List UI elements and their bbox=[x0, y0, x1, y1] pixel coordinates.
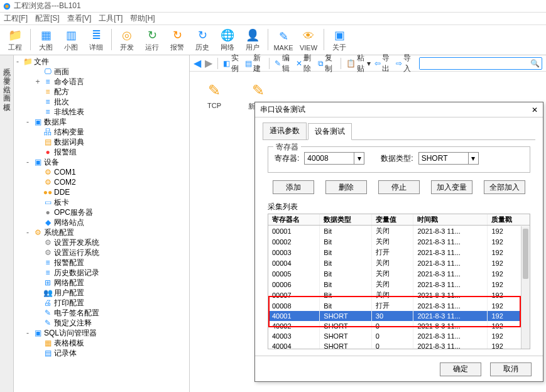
tree-item[interactable]: ⚙COM2 bbox=[24, 177, 189, 187]
tree-item[interactable]: 🖵画面 bbox=[24, 67, 189, 77]
nav-back-icon[interactable]: ◀ bbox=[194, 57, 201, 69]
file-item[interactable]: ✎TCP bbox=[199, 80, 230, 111]
tree-item[interactable]: ⚙设置运行系统 bbox=[24, 248, 189, 258]
stb-paste[interactable]: 📋粘贴▾ bbox=[346, 53, 371, 74]
action-button[interactable]: 删除 bbox=[325, 180, 367, 194]
tree-root[interactable]: -📁文件 bbox=[14, 57, 189, 67]
table-row[interactable]: 40002SHORT02021-8-3 11...192 bbox=[268, 321, 530, 331]
tree-item[interactable]: ●●DDE bbox=[24, 187, 189, 197]
tree-item[interactable]: ⊞网络配置 bbox=[24, 278, 189, 288]
dialog-tab[interactable]: 通讯参数 bbox=[263, 122, 307, 139]
project-tree[interactable]: -📁文件🖵画面+≡命令语言≡配方≡批次≡非线性表-▣数据库品结构变量▤数据词典●… bbox=[14, 55, 190, 392]
col-header[interactable]: 质量戳 bbox=[488, 214, 530, 226]
sidetab[interactable]: 变量 bbox=[0, 67, 14, 75]
menu-item[interactable]: 查看[V] bbox=[67, 13, 92, 24]
action-button[interactable]: 加入变量 bbox=[431, 180, 472, 194]
tree-item[interactable]: -▣SQL访问管理器 bbox=[24, 328, 189, 338]
tree-item[interactable]: ▦表格模板 bbox=[24, 338, 189, 348]
tree-item[interactable]: -▣数据库 bbox=[24, 117, 189, 127]
stb-export[interactable]: ⇦导出 bbox=[374, 53, 393, 74]
tree-item[interactable]: ≡历史数据记录 bbox=[24, 268, 189, 278]
tool-view[interactable]: 👁VIEW bbox=[296, 26, 321, 54]
table-row[interactable]: 00008Bit打开2021-8-3 11...192 bbox=[268, 300, 530, 311]
table-row[interactable]: 40001SHORT302021-8-3 11...192 bbox=[268, 311, 530, 321]
stb-edit[interactable]: ✎编辑 bbox=[275, 53, 293, 74]
ok-button[interactable]: 确定 bbox=[440, 362, 481, 376]
close-icon[interactable]: ✕ bbox=[532, 106, 538, 114]
twist-icon[interactable]: - bbox=[24, 329, 31, 337]
table-row[interactable]: 00001Bit关闭2021-8-3 11...192 bbox=[268, 226, 530, 237]
table-row[interactable]: 00006Bit关闭2021-8-3 11...192 bbox=[268, 279, 530, 290]
collect-table-wrap[interactable]: 寄存器名数据类型变量值时间戳质量戳 00001Bit关闭2021-8-3 11.… bbox=[268, 214, 530, 349]
action-button[interactable]: 停止 bbox=[378, 180, 420, 194]
col-header[interactable]: 寄存器名 bbox=[268, 214, 320, 226]
action-button[interactable]: 全部加入 bbox=[484, 180, 525, 194]
tool-project[interactable]: 📁工程 bbox=[3, 26, 28, 54]
twist-icon[interactable]: - bbox=[24, 228, 31, 237]
tree-item[interactable]: ⚙设置开发系统 bbox=[24, 237, 189, 248]
tool-small[interactable]: ▥小图 bbox=[58, 26, 84, 54]
stb-import[interactable]: ⇨导入 bbox=[396, 53, 414, 74]
tool-detail[interactable]: ≣详细 bbox=[84, 26, 109, 54]
table-row[interactable]: 40003SHORT02021-8-3 11...192 bbox=[268, 331, 530, 341]
menu-item[interactable]: 工程[F] bbox=[4, 13, 28, 24]
tree-item[interactable]: -▣设备 bbox=[24, 157, 189, 167]
tool-history[interactable]: ↻历史 bbox=[190, 26, 215, 54]
action-button[interactable]: 添加 bbox=[273, 180, 314, 194]
col-header[interactable]: 时间戳 bbox=[413, 214, 488, 226]
tree-item[interactable]: 👥用户配置 bbox=[24, 288, 189, 298]
cancel-button[interactable]: 取消 bbox=[490, 362, 532, 376]
tree-item[interactable]: ◆网络站点 bbox=[24, 217, 189, 227]
register-input[interactable] bbox=[305, 153, 354, 164]
table-row[interactable]: 00007Bit关闭2021-8-3 11...192 bbox=[268, 290, 530, 300]
tree-item[interactable]: ▤记录体 bbox=[24, 348, 189, 358]
datatype-input[interactable] bbox=[419, 153, 468, 164]
searchbox[interactable]: 🔍 bbox=[419, 57, 542, 70]
tree-item[interactable]: ●报警组 bbox=[24, 147, 189, 157]
datatype-combo[interactable]: ▾ bbox=[418, 152, 479, 165]
stb-example[interactable]: ◧实例 bbox=[223, 53, 242, 74]
chevron-down-icon[interactable]: ▾ bbox=[354, 153, 364, 164]
tree-item[interactable]: ≡报警配置 bbox=[24, 258, 189, 268]
tree-item[interactable]: ≡非线性表 bbox=[24, 107, 189, 117]
dialog-titlebar[interactable]: 串口设备测试 ✕ bbox=[255, 102, 543, 117]
tree-item[interactable]: ●OPC服务器 bbox=[24, 207, 189, 217]
tree-item[interactable]: ▤数据词典 bbox=[24, 137, 189, 147]
chevron-down-icon[interactable]: ▾ bbox=[367, 59, 371, 68]
tool-about[interactable]: ▣关于 bbox=[327, 26, 352, 54]
tool-run[interactable]: ↻运行 bbox=[139, 26, 165, 54]
sidetab[interactable]: 画面 bbox=[0, 84, 14, 93]
tree-item[interactable]: ≡批次 bbox=[24, 97, 189, 107]
tree-item[interactable]: ⚙COM1 bbox=[24, 167, 189, 177]
sidetab[interactable]: 系统 bbox=[0, 58, 14, 67]
tool-user[interactable]: 👤用户 bbox=[240, 26, 265, 54]
search-input[interactable] bbox=[420, 58, 528, 69]
sidetab[interactable]: 站点 bbox=[0, 75, 14, 84]
tool-net[interactable]: 🌐网络 bbox=[215, 26, 240, 54]
tree-item[interactable]: ▭板卡 bbox=[24, 197, 189, 207]
tool-make[interactable]: ✎MAKE bbox=[271, 26, 296, 54]
tree-item[interactable]: -⚙系统配置 bbox=[24, 227, 189, 237]
table-row[interactable]: 00005Bit关闭2021-8-3 11...192 bbox=[268, 268, 530, 279]
scrollbar-vertical[interactable] bbox=[521, 226, 530, 349]
tool-alarm[interactable]: ↻报警 bbox=[165, 26, 190, 54]
scrollbar-thumb[interactable] bbox=[523, 229, 528, 279]
col-header[interactable]: 数据类型 bbox=[320, 214, 372, 226]
table-row[interactable]: 00002Bit关闭2021-8-3 11...192 bbox=[268, 236, 530, 247]
tree-item[interactable]: ✎电子签名配置 bbox=[24, 308, 189, 318]
menu-item[interactable]: 配置[S] bbox=[35, 13, 60, 24]
col-header[interactable]: 变量值 bbox=[371, 214, 413, 226]
twist-icon[interactable]: - bbox=[24, 158, 31, 166]
register-combo[interactable]: ▾ bbox=[304, 152, 364, 165]
tree-item[interactable]: 品结构变量 bbox=[24, 127, 189, 137]
stb-delete[interactable]: ✕删除 bbox=[296, 53, 314, 74]
table-row[interactable]: 00004Bit关闭2021-8-3 11...192 bbox=[268, 258, 530, 268]
sidetab[interactable]: 模板 bbox=[0, 93, 14, 102]
tree-item[interactable]: 🖨打印配置 bbox=[24, 298, 189, 308]
dialog-tab[interactable]: 设备测试 bbox=[308, 123, 352, 140]
stb-new[interactable]: ▤新建 bbox=[245, 53, 264, 74]
tool-dev[interactable]: ◎开发 bbox=[114, 26, 139, 54]
nav-fwd-icon[interactable]: ▶ bbox=[205, 57, 212, 69]
tree-item[interactable]: ✎预定义注释 bbox=[24, 318, 189, 328]
menu-item[interactable]: 帮助[H] bbox=[130, 13, 155, 24]
